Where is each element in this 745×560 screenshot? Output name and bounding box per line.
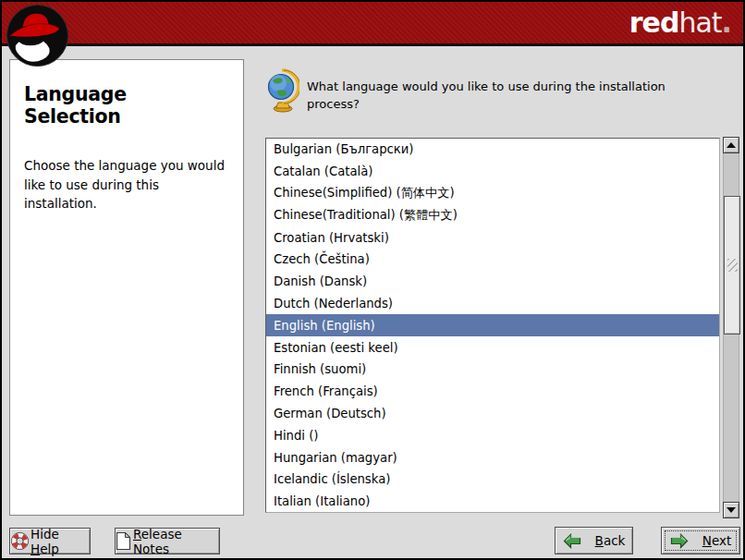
- wordmark-red: red: [629, 6, 679, 39]
- language-list-item[interactable]: Czech (Čeština): [266, 249, 719, 271]
- release-notes-label: Release Notes: [133, 527, 219, 556]
- scroll-down-button[interactable]: [723, 502, 739, 518]
- wordmark-hat: hat: [678, 6, 721, 39]
- language-list-item[interactable]: German (Deutsch): [266, 403, 719, 425]
- language-list-item[interactable]: Hindi (): [266, 424, 719, 446]
- language-list-item[interactable]: Italian (Italiano): [266, 491, 719, 513]
- redhat-wordmark: redhat.: [629, 7, 731, 39]
- back-arrow-icon: [563, 533, 581, 549]
- language-list-item[interactable]: Icelandic (Íslenska): [266, 469, 719, 491]
- language-list-item[interactable]: Bulgarian (Български): [266, 139, 719, 161]
- help-text-line2: like to use during this installation.: [24, 177, 159, 212]
- language-list[interactable]: Bulgarian (Български)Catalan (Català)Chi…: [265, 138, 720, 513]
- language-list-item[interactable]: Finnish (suomi): [266, 359, 719, 381]
- scrollbar-track[interactable]: [723, 153, 739, 502]
- redhat-shadowman-icon: [6, 4, 69, 67]
- back-button[interactable]: Back: [555, 527, 633, 554]
- scroll-up-button[interactable]: [723, 137, 739, 153]
- help-text: Choose the language you would like to us…: [24, 156, 229, 213]
- hide-help-button[interactable]: Hide Help: [9, 528, 91, 554]
- language-list-item[interactable]: Catalan (Català): [266, 161, 719, 183]
- language-list-item[interactable]: Croatian (Hrvatski): [266, 226, 719, 249]
- language-list-item[interactable]: Dutch (Nederlands): [266, 293, 719, 315]
- language-list-scrollbar[interactable]: [723, 137, 739, 518]
- release-notes-button[interactable]: Release Notes: [115, 528, 220, 554]
- language-list-item[interactable]: Estonian (eesti keel): [266, 336, 719, 359]
- help-text-line1: Choose the language you would: [24, 158, 225, 173]
- scrollbar-grip-icon: [727, 259, 738, 272]
- next-arrow-icon: [670, 533, 689, 549]
- scroll-down-icon: [727, 507, 736, 513]
- page-title: Language Selection: [24, 83, 229, 128]
- next-button[interactable]: Next: [661, 527, 740, 554]
- language-list-item[interactable]: Danish (Dansk): [266, 271, 719, 293]
- hide-help-label: Hide Help: [31, 527, 90, 556]
- installer-window: redhat. Language Selection Choose the la…: [0, 0, 745, 560]
- question-line1: What language would you like to use duri…: [307, 79, 666, 93]
- wordmark-dot: .: [722, 6, 731, 39]
- language-list-item[interactable]: Hungarian (magyar): [266, 446, 719, 469]
- scrollbar-thumb[interactable]: [724, 196, 740, 335]
- globe-icon: [266, 68, 299, 113]
- question-line2: process?: [307, 97, 360, 111]
- life-ring-icon: [10, 531, 30, 551]
- help-panel: Language Selection Choose the language y…: [9, 59, 244, 516]
- back-label: Back: [595, 533, 626, 548]
- language-list-item[interactable]: Chinese(Traditional) (繁體中文): [266, 204, 719, 226]
- scroll-up-icon: [727, 142, 736, 148]
- question-text: What language would you like to use duri…: [307, 79, 677, 113]
- language-list-item[interactable]: Chinese(Simplified) (简体中文): [266, 183, 719, 205]
- next-label: Next: [702, 533, 731, 548]
- language-list-item[interactable]: English (English): [266, 314, 719, 336]
- language-list-item[interactable]: French (Français): [266, 381, 719, 403]
- document-icon: [116, 531, 131, 551]
